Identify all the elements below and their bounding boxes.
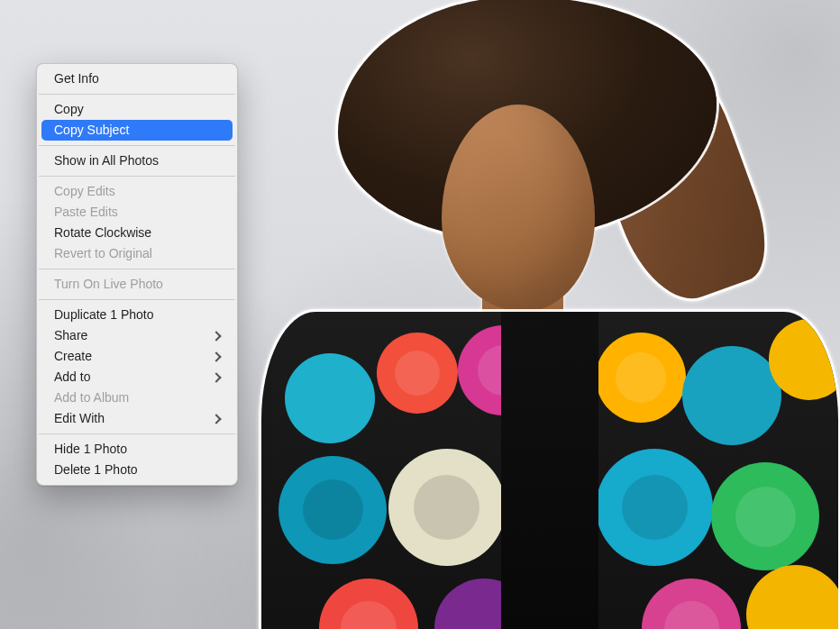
context-menu-item-label: Hide 1 Photo [54, 442, 127, 457]
context-menu-item-label: Copy [54, 102, 84, 117]
context-menu-separator [39, 269, 235, 269]
context-menu-item-get-info[interactable]: Get Info [41, 68, 233, 89]
context-menu-item-add-to-album: Add to Album [41, 387, 233, 408]
context-menu-item-create[interactable]: Create [41, 346, 233, 367]
context-menu-item-delete-1-photo[interactable]: Delete 1 Photo [41, 460, 233, 480]
context-menu-item-label: Edit With [54, 411, 105, 426]
context-menu-item-paste-edits: Paste Edits [41, 202, 233, 223]
context-menu-separator [39, 145, 235, 146]
context-menu-item-rotate-clockwise[interactable]: Rotate Clockwise [41, 223, 233, 243]
chevron-right-icon [211, 414, 221, 424]
context-menu-item-label: Delete 1 Photo [54, 462, 138, 478]
chevron-right-icon [211, 372, 221, 382]
chevron-right-icon [211, 351, 221, 361]
context-menu-item-label: Add to Album [54, 390, 129, 406]
chevron-right-icon [211, 331, 221, 341]
context-menu-item-label: Revert to Original [54, 246, 152, 261]
context-menu-item-duplicate-1-photo[interactable]: Duplicate 1 Photo [41, 305, 233, 325]
context-menu-item-label: Add to [54, 369, 90, 385]
context-menu-item-label: Rotate Clockwise [54, 225, 151, 241]
context-menu-item-label: Turn On Live Photo [54, 277, 163, 292]
context-menu-separator [39, 433, 235, 434]
context-menu-item-label: Paste Edits [54, 205, 118, 220]
context-menu-item-label: Copy Subject [54, 123, 129, 138]
photo-subject [270, 0, 840, 629]
context-menu-item-turn-on-live-photo: Turn On Live Photo [41, 274, 233, 295]
context-menu-item-copy-edits: Copy Edits [41, 181, 233, 202]
context-menu-separator [39, 176, 235, 177]
context-menu-item-label: Get Info [54, 71, 99, 87]
context-menu-item-label: Share [54, 328, 87, 343]
context-menu-item-copy-subject[interactable]: Copy Subject [41, 120, 233, 141]
context-menu-item-copy[interactable]: Copy [41, 99, 233, 120]
context-menu-item-label: Show in All Photos [54, 153, 159, 169]
context-menu-item-label: Create [54, 349, 92, 364]
context-menu-item-share[interactable]: Share [41, 325, 233, 346]
context-menu-item-hide-1-photo[interactable]: Hide 1 Photo [41, 439, 233, 460]
context-menu-separator [39, 299, 235, 300]
context-menu-item-add-to[interactable]: Add to [41, 367, 233, 387]
context-menu-item-edit-with[interactable]: Edit With [41, 408, 233, 429]
context-menu[interactable]: Get InfoCopyCopy SubjectShow in All Phot… [36, 63, 238, 486]
context-menu-item-show-in-all-photos[interactable]: Show in All Photos [41, 150, 233, 171]
context-menu-separator [39, 94, 235, 95]
context-menu-item-revert-to-original: Revert to Original [41, 243, 233, 264]
context-menu-item-label: Duplicate 1 Photo [54, 307, 154, 323]
context-menu-item-label: Copy Edits [54, 184, 115, 199]
